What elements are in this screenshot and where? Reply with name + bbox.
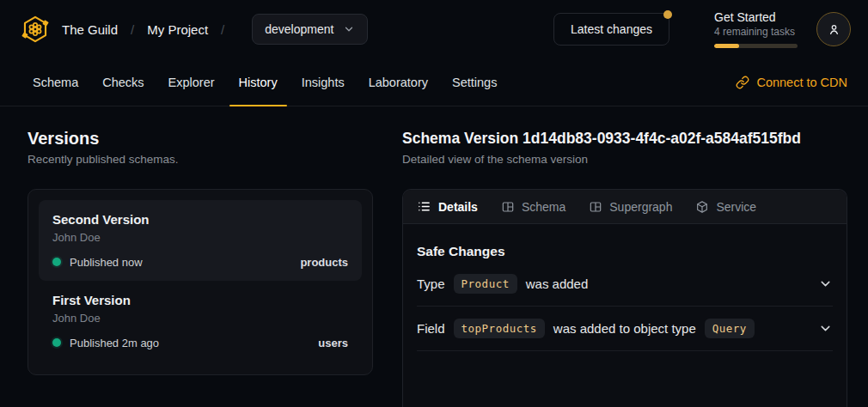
get-started-title: Get Started bbox=[714, 10, 798, 25]
detail-tabbar: Details Schema Super bbox=[403, 190, 847, 224]
safe-changes-title: Safe Changes bbox=[417, 244, 833, 259]
header-right-group: Latest changes Get Started 4 remaining t… bbox=[553, 10, 851, 48]
environment-selector-value: development bbox=[265, 22, 333, 36]
versions-list: Second Version John Doe Published now pr… bbox=[28, 189, 373, 375]
chevron-down-icon bbox=[343, 23, 355, 35]
change-code: Product bbox=[454, 274, 517, 294]
detail-tab-label: Schema bbox=[522, 200, 565, 214]
version-author: John Doe bbox=[52, 230, 348, 245]
columns-icon bbox=[501, 200, 515, 214]
app-header: The Guild / My Project / development Lat… bbox=[0, 0, 868, 58]
change-row[interactable]: Field topProducts was added to object ty… bbox=[417, 307, 833, 351]
schema-version-column: Schema Version 1d14db83-0933-4f4c-a02f-a… bbox=[402, 106, 847, 407]
version-status: Published 2m ago bbox=[70, 337, 159, 349]
detail-body: Safe Changes Type Product was added Fiel… bbox=[403, 244, 847, 351]
version-list-item[interactable]: First Version John Doe Published 2m ago … bbox=[39, 281, 362, 361]
breadcrumb-separator: / bbox=[131, 22, 134, 37]
breadcrumb-org[interactable]: The Guild bbox=[62, 22, 118, 37]
version-service: users bbox=[318, 337, 348, 349]
published-status-icon bbox=[52, 338, 61, 347]
tab-insights[interactable]: Insights bbox=[290, 58, 357, 106]
tab-checks[interactable]: Checks bbox=[90, 58, 156, 106]
detail-tab-schema[interactable]: Schema bbox=[501, 200, 565, 214]
version-status-row: Published 2m ago users bbox=[52, 335, 348, 350]
user-avatar[interactable] bbox=[816, 12, 851, 46]
versions-header: Versions Recently published schemas. bbox=[28, 106, 373, 167]
breadcrumb-project[interactable]: My Project bbox=[147, 22, 208, 37]
detail-tab-details[interactable]: Details bbox=[417, 199, 478, 214]
connect-to-cdn-link[interactable]: Connect to CDN bbox=[736, 58, 847, 106]
change-text: was added bbox=[526, 276, 589, 291]
detail-tab-label: Service bbox=[716, 200, 756, 214]
tab-laboratory[interactable]: Laboratory bbox=[357, 58, 440, 106]
tab-history[interactable]: History bbox=[227, 58, 290, 106]
columns-icon bbox=[589, 200, 602, 214]
schema-version-detail-card: Details Schema Super bbox=[402, 189, 847, 407]
tab-schema[interactable]: Schema bbox=[21, 58, 90, 106]
chevron-down-icon[interactable] bbox=[818, 276, 833, 291]
get-started-progress-track bbox=[714, 44, 798, 48]
environment-selector[interactable]: development bbox=[252, 14, 368, 45]
detail-tab-service[interactable]: Service bbox=[695, 200, 756, 214]
main-content: Versions Recently published schemas. Sec… bbox=[0, 106, 868, 407]
version-author: John Doe bbox=[52, 311, 348, 325]
latest-changes-button[interactable]: Latest changes bbox=[553, 13, 669, 46]
latest-changes-label: Latest changes bbox=[571, 22, 652, 36]
detail-tab-supergraph[interactable]: Supergraph bbox=[589, 200, 672, 214]
breadcrumb-separator: / bbox=[221, 22, 224, 37]
project-nav: Schema Checks Explorer History Insights … bbox=[0, 58, 868, 106]
version-name: Second Version bbox=[52, 211, 348, 228]
schema-version-subtitle: Detailed view of the schema version bbox=[402, 152, 847, 167]
change-text: Type bbox=[417, 276, 445, 291]
version-service: products bbox=[300, 256, 348, 269]
link-icon bbox=[736, 76, 749, 89]
versions-subtitle: Recently published schemas. bbox=[28, 152, 373, 167]
get-started-widget[interactable]: Get Started 4 remaining tasks bbox=[714, 10, 798, 48]
versions-column: Versions Recently published schemas. Sec… bbox=[28, 106, 373, 407]
hive-logo-icon[interactable] bbox=[21, 15, 50, 44]
schema-version-title: Schema Version 1d14db83-0933-4f4c-a02f-a… bbox=[402, 129, 847, 148]
change-code: topProducts bbox=[454, 319, 545, 338]
get-started-subtitle: 4 remaining tasks bbox=[714, 26, 798, 39]
get-started-progress-fill bbox=[714, 44, 739, 48]
cube-icon bbox=[695, 200, 709, 214]
detail-tab-label: Details bbox=[438, 200, 478, 214]
change-text: Field bbox=[417, 321, 445, 336]
notification-dot bbox=[663, 10, 672, 19]
version-list-item[interactable]: Second Version John Doe Published now pr… bbox=[39, 200, 362, 281]
version-name: First Version bbox=[52, 292, 348, 308]
chevron-down-icon[interactable] bbox=[818, 321, 833, 336]
published-status-icon bbox=[52, 258, 61, 266]
connect-to-cdn-label: Connect to CDN bbox=[756, 76, 847, 89]
change-text: was added to object type bbox=[553, 321, 696, 336]
change-code: Query bbox=[705, 319, 755, 338]
schema-version-header: Schema Version 1d14db83-0933-4f4c-a02f-a… bbox=[402, 106, 847, 167]
version-status-row: Published now products bbox=[52, 254, 348, 270]
tab-settings[interactable]: Settings bbox=[440, 58, 509, 106]
tab-explorer[interactable]: Explorer bbox=[156, 58, 227, 106]
version-status: Published now bbox=[70, 256, 143, 269]
detail-tab-label: Supergraph bbox=[609, 200, 672, 214]
list-icon bbox=[417, 199, 431, 214]
person-icon bbox=[827, 22, 841, 37]
versions-title: Versions bbox=[28, 129, 373, 148]
change-row[interactable]: Type Product was added bbox=[417, 262, 833, 307]
